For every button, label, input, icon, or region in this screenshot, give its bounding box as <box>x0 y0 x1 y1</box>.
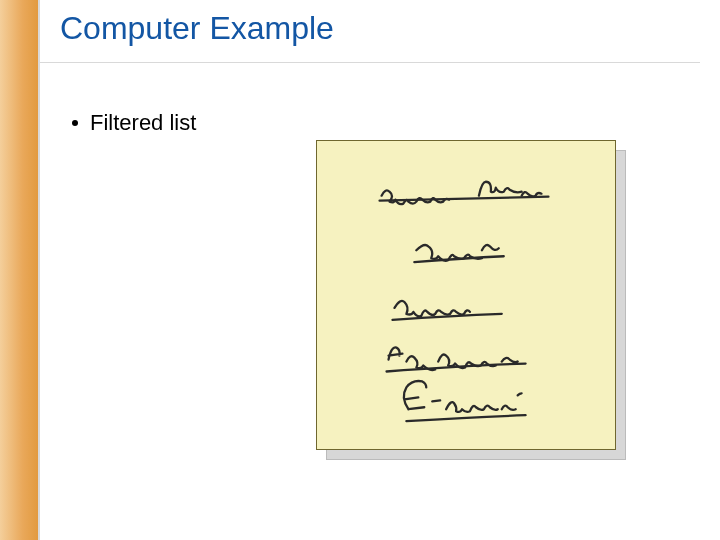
bullet-item: Filtered list <box>72 110 196 136</box>
side-accent-bar <box>0 0 38 540</box>
page-title: Computer Example <box>60 10 334 47</box>
header-rule <box>40 62 700 63</box>
bullet-dot <box>72 120 78 126</box>
sticky-note <box>316 140 616 450</box>
side-divider <box>38 0 40 540</box>
handwriting-icon <box>317 141 615 449</box>
bullet-text: Filtered list <box>90 110 196 136</box>
